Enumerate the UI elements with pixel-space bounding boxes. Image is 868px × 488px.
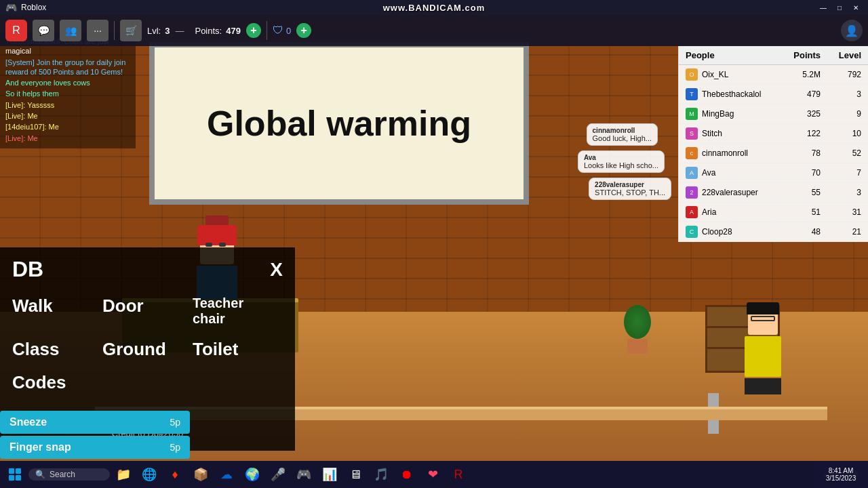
bubble3-username: 228valerasuper	[595, 181, 665, 188]
taskbar-rec-icon[interactable]: ⏺	[395, 462, 419, 487]
taskbar-edge-icon[interactable]: 🌐	[137, 462, 161, 487]
taskbar-music-icon[interactable]: 🎵	[369, 462, 393, 487]
lb-level-5: 7	[821, 168, 861, 178]
taskbar-app1-icon[interactable]: ♦	[163, 462, 187, 487]
lb-name-0: O Oix_KL	[686, 68, 766, 81]
menu-item-teacher-chair[interactable]: Teacherchair	[193, 293, 283, 329]
chat-line-1: [System] Join the group for daily join r…	[5, 58, 130, 77]
clock-date: 3/15/2023	[826, 474, 856, 482]
win-pane-br	[16, 475, 21, 481]
menu-close-button[interactable]: X	[270, 259, 283, 281]
date-time-box: 8:41 AM 3/15/2023	[814, 461, 868, 488]
menu-db-label: DB	[12, 257, 43, 282]
win-pane-tl	[9, 468, 14, 474]
leaderboard-row: 2 228valerasuper 55 3	[679, 183, 868, 203]
taskbar-chrome-icon[interactable]: 🌍	[240, 462, 264, 487]
chat-line-6: [14deiu107]: Me	[5, 122, 130, 131]
lb-avatar-1: T	[686, 88, 698, 100]
npc-glasses	[751, 316, 775, 321]
lb-username-8: Cloop28	[702, 227, 732, 237]
menu-item-walk[interactable]: Walk	[12, 293, 102, 329]
leaderboard-row: A Aria 51 31	[679, 203, 868, 222]
roblox-logo-icon[interactable]: R	[5, 20, 27, 41]
lb-level-2: 9	[821, 109, 861, 119]
taskbar-app2-icon[interactable]: 📦	[189, 462, 213, 487]
lb-level-7: 31	[821, 207, 861, 217]
close-button[interactable]: ✕	[849, 3, 863, 12]
action-bar: Sneeze 5p Finger snap 5p	[0, 411, 217, 461]
maximize-button[interactable]: □	[833, 3, 846, 12]
lb-points-1: 479	[766, 89, 821, 99]
hud-shield: 🛡 0	[273, 24, 291, 37]
chat-icon[interactable]: 💬	[33, 20, 54, 41]
char-eyes	[205, 243, 229, 247]
add-shield-button[interactable]: +	[296, 23, 311, 38]
lb-avatar-0: O	[686, 68, 698, 81]
npc-character	[739, 305, 787, 393]
leaderboard-row: S Stitch 122 10	[679, 124, 868, 144]
bubble1-text: Good luck, High...	[593, 134, 652, 142]
chat-text-2: And everyone loves cows	[5, 79, 90, 87]
start-button[interactable]	[3, 462, 27, 487]
taskbar-explorer-icon[interactable]: 📁	[111, 462, 136, 487]
lb-username-4: cinnamonroll	[702, 148, 748, 158]
lb-name-5: A Ava	[686, 167, 766, 179]
profile-icon[interactable]: 👤	[841, 20, 863, 41]
npc-hair	[747, 302, 779, 314]
taskbar-roblox-icon[interactable]: R	[446, 462, 471, 487]
shield-icon: 🛡	[273, 24, 283, 37]
taskbar-heart-icon[interactable]: ❤	[420, 462, 445, 487]
taskbar-monitor-icon[interactable]: 🖥	[343, 462, 368, 487]
lb-level-0: 792	[821, 70, 861, 79]
shop-icon[interactable]: 🛒	[120, 20, 142, 41]
app-title: Roblox	[21, 3, 46, 12]
taskbar-app3-icon[interactable]: ☁	[214, 462, 239, 487]
roblox-icon: 🎮	[5, 2, 17, 13]
taskbar-mic-icon[interactable]: 🎤	[266, 462, 290, 487]
taskbar-search[interactable]: 🔍 Search	[28, 468, 110, 481]
npc-pants	[745, 378, 781, 394]
leaderboard-row: c cinnamonroll 78 52	[679, 144, 868, 163]
finger-snap-label: Finger snap	[9, 441, 71, 453]
lb-name-3: S Stitch	[686, 127, 766, 140]
points-value: 479	[226, 26, 241, 36]
minimize-button[interactable]: —	[816, 3, 830, 12]
chat-line-4: [Live]: Yasssss	[5, 100, 130, 110]
chat-text-3: So it helps them	[5, 89, 59, 98]
sneeze-button[interactable]: Sneeze 5p	[0, 411, 190, 434]
npc-head	[748, 305, 778, 335]
add-points-button[interactable]: +	[246, 23, 261, 38]
chat-line-7: [Live]: Me	[5, 134, 130, 143]
hud-separator-1	[114, 21, 115, 40]
finger-snap-cost: 5p	[170, 442, 180, 453]
chat-line-5: [Live]: Me	[5, 111, 130, 121]
char-eye-right	[219, 243, 226, 247]
leaderboard-row: O Oix_KL 5.2M 792	[679, 65, 868, 85]
char-eye-left	[205, 243, 212, 247]
menu-item-ground[interactable]: Ground	[102, 336, 193, 363]
lb-points-3: 122	[766, 129, 821, 138]
shield-value: 0	[286, 26, 291, 36]
lb-username-6: 228valerasuper	[702, 188, 758, 197]
lb-header-points: Points	[766, 50, 821, 60]
lb-points-4: 78	[766, 148, 821, 158]
finger-snap-button[interactable]: Finger snap 5p	[0, 436, 190, 459]
taskbar-game-icon[interactable]: 🎮	[292, 462, 316, 487]
more-icon[interactable]: ···	[87, 20, 108, 41]
players-icon[interactable]: 👥	[60, 20, 81, 41]
menu-item-toilet[interactable]: Toilet	[193, 336, 283, 363]
taskbar-chart-icon[interactable]: 📊	[317, 462, 342, 487]
menu-item-door[interactable]: Door	[102, 293, 193, 329]
chat-text-5: [Live]: Me	[5, 112, 38, 120]
lb-level-1: 3	[821, 89, 861, 99]
lb-header-level: Level	[821, 50, 861, 60]
menu-item-codes[interactable]: Codes	[12, 369, 102, 396]
bubble3-text: STITCH, STOP, TH...	[595, 188, 665, 197]
menu-item-class[interactable]: Class	[12, 336, 102, 363]
chat-line-2: And everyone loves cows	[5, 78, 130, 87]
chat-bubble-3: 228valerasuper STITCH, STOP, TH...	[589, 178, 671, 200]
lb-username-0: Oix_KL	[702, 70, 728, 79]
npc-body	[745, 336, 781, 377]
win-pane-tr	[16, 468, 21, 474]
watermark: www.BANDICAM.com	[383, 3, 486, 13]
